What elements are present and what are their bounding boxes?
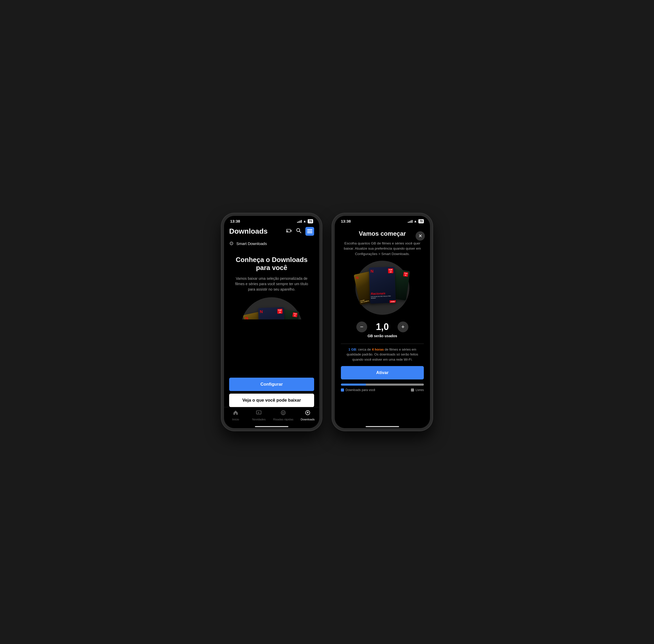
search-icon[interactable] [296,228,301,235]
svg-point-4 [297,229,300,232]
screen-content-2: Vamos começar Escolha quantos GB de film… [335,225,430,428]
screen2-title: Vamos começar [359,230,406,237]
time-display-2: 13:38 [341,219,351,223]
divider-1 [341,344,424,344]
svg-point-1 [286,232,287,232]
nav-label-laughs: Risadas rápidas [273,418,294,421]
settings-icon: ⚙ [229,240,234,247]
battery-icon-1: 70 [308,219,313,223]
new-nav-icon [256,410,262,417]
legend-free: Livres [411,388,424,392]
svg-rect-6 [307,229,312,230]
movie-cards-group-2: N DAHMUM CANIBAL N TOP10 Racionais DAS R… [357,264,408,311]
downloads-nav-icon [305,410,310,417]
status-bar-1: 13:38 ▲ 70 [224,216,319,225]
phone-2: 13:38 ▲ 70 ✕ Vamos começar Escolha quan [332,213,433,431]
svg-point-12 [284,412,284,412]
svg-rect-8 [307,232,312,233]
cast-icon[interactable] [286,228,292,235]
legend-free-label: Livres [416,388,424,392]
gb-label: GB serão usados [368,334,397,338]
battery-icon-2: 70 [418,219,424,223]
screen-content-1: Downloads [224,225,319,428]
gb-highlight-blue: 1 GB [348,347,356,351]
header-1: Downloads [224,225,319,239]
phone-1: 13:38 ▲ 70 Downloads [221,213,322,431]
progress-legend: Downloads para você Livres [341,388,424,392]
home-indicator-1 [255,426,288,427]
status-icons-1: ▲ 70 [297,219,313,223]
svg-line-2 [290,230,292,231]
signal-bars-2 [408,220,413,223]
status-bar-2: 13:38 ▲ 70 [335,216,430,225]
wifi-icon-2: ▲ [414,219,417,223]
gb-info-text: 1 GB: cerca de 4 horas de filmes e série… [341,347,424,362]
nav-item-home[interactable]: Início [227,410,244,421]
svg-line-3 [290,231,292,232]
nav-label-downloads: Downloads [301,418,314,421]
smart-downloads-row[interactable]: ⚙ Smart Downloads [224,239,319,251]
button-area-1: Configurar Veja o que você pode baixar [224,378,319,407]
movie-card-racionais-2: N TOP10 Racionais DAS RUAS DE SÃO PAULO … [369,267,396,303]
svg-line-5 [300,231,301,233]
legend-downloads: Downloads para você [341,388,375,392]
close-button[interactable]: ✕ [416,231,425,240]
smart-downloads-label: Smart Downloads [236,242,267,246]
screen2-description: Escolha quantos GB de filmes e séries vo… [341,241,424,257]
svg-point-10 [281,411,285,415]
movie-cards-circle-2: N DAHMUM CANIBAL N TOP10 Racionais DAS R… [355,261,410,315]
section-description-1: Vamos baixar uma seleção personalizada d… [232,276,311,292]
bottom-nav: Início Novidades [224,407,319,426]
signal-bars-1 [297,220,302,223]
nav-item-downloads[interactable]: Downloads [299,410,317,421]
nav-label-home: Início [232,418,239,421]
screen2-main-content: Vamos começar Escolha quantos GB de film… [335,225,430,426]
activate-button[interactable]: Ativar [341,366,424,380]
home-nav-icon [233,410,238,417]
page-title-1: Downloads [229,227,267,235]
movie-cards-group: N DAHMUM CANIBAL N TOP10 Racionais DAS R… [246,305,297,319]
svg-point-11 [282,412,283,412]
progress-bar [341,384,424,386]
movie-cards-circle: N DAHMUM CANIBAL N TOP10 Racionais DAS R… [241,297,303,319]
profile-icon[interactable] [305,227,314,236]
home-indicator-2 [366,426,399,427]
legend-downloads-label: Downloads para você [346,388,375,392]
dot-gray [411,388,414,392]
progress-bar-free [366,384,424,386]
progress-area: Downloads para você Livres [341,384,424,392]
time-display-1: 13:38 [230,219,240,223]
gb-selector: − 1,0 + [356,321,408,332]
status-icons-2: ▲ 70 [408,219,424,223]
view-downloads-button[interactable]: Veja o que você pode baixar [229,394,314,407]
dot-blue [341,388,344,392]
nav-label-new: Novidades [252,418,265,421]
svg-rect-7 [307,231,312,232]
configure-button[interactable]: Configurar [229,378,314,391]
gb-highlight-orange: 4 horas [372,347,384,351]
laughs-nav-icon [280,410,286,417]
nav-item-laughs[interactable]: Risadas rápidas [273,410,294,421]
wifi-icon-1: ▲ [303,219,306,223]
gb-increase-button[interactable]: + [398,321,408,332]
gb-value-display: 1,0 [373,321,391,332]
gb-decrease-button[interactable]: − [356,321,367,332]
header-icons-1 [286,227,314,236]
section-title-1: Conheça o Downloads para você [232,256,311,272]
progress-bar-used [341,384,366,386]
nav-item-new[interactable]: Novidades [250,410,268,421]
main-content-1: Conheça o Downloads para você Vamos baix… [224,251,319,319]
movie-card-racionais: N TOP10 Racionais DAS RUAS DE SÃO PAULO … [258,307,285,319]
